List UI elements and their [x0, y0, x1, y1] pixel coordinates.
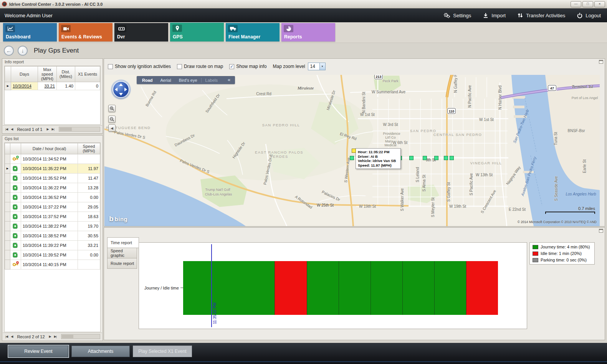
- minimize-button[interactable]: —: [571, 1, 581, 7]
- back-button[interactable]: ←: [4, 46, 14, 56]
- route-marker[interactable]: [423, 156, 427, 160]
- map-label: Terminal 'Isl: [572, 84, 593, 89]
- legend-label: Journey time: 4 min (80%): [541, 245, 590, 249]
- maximize-button[interactable]: □: [582, 1, 593, 7]
- next-page-button[interactable]: ▶: [46, 127, 49, 131]
- logout-button[interactable]: Logout: [577, 12, 601, 18]
- zoom-in-button[interactable]: [108, 105, 116, 112]
- map-type-road[interactable]: Road: [138, 78, 157, 83]
- col-max-speed[interactable]: Max speed (MPH): [38, 66, 57, 82]
- last-page-button[interactable]: ▶|: [51, 127, 55, 131]
- days-link[interactable]: 10/3/2014: [13, 84, 31, 88]
- row-indicator-icon: [5, 154, 10, 164]
- route-marker[interactable]: [350, 156, 354, 160]
- col-indicator: [5, 66, 11, 82]
- map-option-draw-route-on-map[interactable]: Draw route on map: [177, 64, 223, 69]
- gps-list-row[interactable]: 10/3/2014 11:36:52 PM0.00: [5, 193, 100, 202]
- map-zoom-select[interactable]: 14 ▼: [308, 63, 326, 70]
- pager-scrollbar[interactable]: [59, 127, 100, 132]
- map-menu-collapse-icon[interactable]: «: [222, 77, 233, 83]
- col-speed[interactable]: Speed (MPH): [78, 143, 100, 154]
- last-page-button[interactable]: ▶|: [53, 335, 57, 338]
- first-page-button[interactable]: |◀: [5, 335, 8, 338]
- gps-list-row[interactable]: 10/3/2014 11:38:22 PM19.70: [5, 222, 100, 231]
- map-label: Crest Rd: [256, 92, 271, 96]
- map-label: W 19th St: [449, 204, 466, 208]
- map-option-show-only-ignition-activities[interactable]: Show only ignition activities: [108, 64, 171, 69]
- first-page-button[interactable]: |◀: [5, 127, 8, 131]
- import-button[interactable]: Import: [483, 12, 506, 18]
- map-type-aerial[interactable]: Aerial: [157, 78, 175, 83]
- gps-list-row[interactable]: 10/3/2014 11:40:15 PM: [5, 260, 100, 270]
- route-marker[interactable]: [444, 156, 448, 160]
- settings-button[interactable]: Settings: [443, 12, 471, 18]
- prev-page-button[interactable]: ◀: [10, 127, 13, 131]
- close-button[interactable]: ×: [594, 1, 605, 7]
- gps-list-table: Date / hour (local) Speed (MPH) 10/3/201…: [5, 143, 100, 270]
- transfer-activities-button[interactable]: Transfer Activities: [517, 12, 565, 18]
- down-button[interactable]: ↓: [18, 46, 28, 56]
- bar-segment-journey: [307, 261, 466, 315]
- highway-shield: 110: [447, 108, 456, 114]
- nav-tab-fleet-manager[interactable]: Fleet Manager: [226, 23, 280, 41]
- map-tooltip: Hour: 11:35:22 PMDriver: AI BVehicle: id…: [356, 148, 401, 169]
- map-option-show-map-info[interactable]: ✓Show map info: [229, 64, 266, 69]
- chart-legend: Journey time: 4 min (80%)Idle time: 1 mi…: [529, 242, 595, 265]
- route-marker[interactable]: [450, 156, 454, 160]
- route-marker[interactable]: [409, 156, 413, 160]
- map-type-bird-s-eye[interactable]: Bird's eye: [175, 78, 201, 83]
- gps-point-icon: [10, 212, 21, 222]
- gps-list-row[interactable]: 10/3/2014 11:34:52 PM: [5, 154, 100, 164]
- map-label: Lit'l Co: [385, 136, 395, 139]
- gps-list-row[interactable]: 10/3/2014 11:37:52 PM18.63: [5, 212, 100, 222]
- chart-tab-speed-graphic[interactable]: Speed graphic: [107, 248, 137, 258]
- gps-list-row[interactable]: 10/3/2014 11:39:22 PM33.21: [5, 241, 100, 250]
- map-canvas[interactable]: RoadAerialBird's eyeLabels« ◀ Hour: 11:3…: [104, 75, 600, 226]
- col-x1-events[interactable]: X1 Events: [75, 66, 100, 82]
- chart-tab-time-report[interactable]: Time report: [107, 237, 139, 248]
- map-compass-control[interactable]: [112, 81, 129, 98]
- map-label: N Gaffey Pl: [453, 75, 458, 93]
- map-type-labels[interactable]: Labels: [201, 78, 222, 83]
- row-indicator-icon: [5, 241, 10, 250]
- review-event-button[interactable]: Review Event: [8, 346, 68, 357]
- time-cursor[interactable]: [211, 244, 212, 327]
- nav-tab-dvr[interactable]: Dvr: [114, 23, 168, 41]
- nav-tab-reports[interactable]: Reports: [281, 23, 335, 41]
- checkbox[interactable]: [108, 64, 113, 69]
- collapse-panel-button[interactable]: ◀: [108, 124, 116, 132]
- route-marker[interactable]: [434, 156, 438, 160]
- nav-tab-events-reviews[interactable]: Events & Reviews: [59, 23, 112, 41]
- nav-tab-dashboard[interactable]: Dashboard: [3, 23, 57, 41]
- pager-scrollbar[interactable]: [61, 334, 100, 339]
- col-dist[interactable]: Dist. (Miles): [57, 66, 75, 82]
- gps-list-row[interactable]: 10/3/2014 11:35:52 PM11.47: [5, 174, 100, 183]
- nav-tab-gps[interactable]: GPS: [170, 22, 224, 41]
- gps-list-row[interactable]: 10/3/2014 11:36:22 PM13.28: [5, 183, 100, 193]
- next-page-button[interactable]: ▶: [48, 335, 52, 338]
- map-label: W 25th St: [317, 203, 334, 207]
- gps-list-row[interactable]: ▶10/3/2014 11:35:22 PM11.97: [5, 164, 100, 174]
- gps-list-row[interactable]: 10/3/2014 11:39:52 PM0.00: [5, 250, 100, 260]
- chart-panel-maximize-button[interactable]: [599, 229, 603, 233]
- chart-tab-route-report[interactable]: Route report: [107, 258, 137, 269]
- col-days[interactable]: Days: [11, 66, 38, 82]
- route-start-marker[interactable]: [352, 149, 356, 153]
- attachments-button[interactable]: Attachments: [71, 346, 130, 357]
- gps-list-row[interactable]: 10/3/2014 11:38:52 PM30.55: [5, 231, 100, 241]
- map-panel-maximize-button[interactable]: [599, 60, 603, 64]
- info-report-row[interactable]: ▶ 10/3/2014 33.21 1.40 0: [5, 82, 100, 90]
- zoom-out-button[interactable]: [108, 116, 116, 123]
- max-speed-link[interactable]: 33.21: [44, 84, 55, 88]
- prev-page-button[interactable]: ◀: [10, 335, 13, 338]
- col-date-hour[interactable]: Date / hour (local): [21, 143, 78, 154]
- info-report-pager-text: Record 1 of 1: [17, 127, 42, 132]
- gps-list-row[interactable]: 10/3/2014 11:37:22 PM29.05: [5, 202, 100, 212]
- pie-chart-icon: [284, 25, 293, 32]
- highway-shield: 213: [374, 75, 383, 79]
- gps-speed-value: [78, 154, 100, 164]
- checkbox[interactable]: ✓: [229, 64, 234, 69]
- truck-icon: [228, 25, 238, 32]
- checkbox-label: Show only ignition activities: [115, 64, 171, 69]
- checkbox[interactable]: [177, 64, 182, 69]
